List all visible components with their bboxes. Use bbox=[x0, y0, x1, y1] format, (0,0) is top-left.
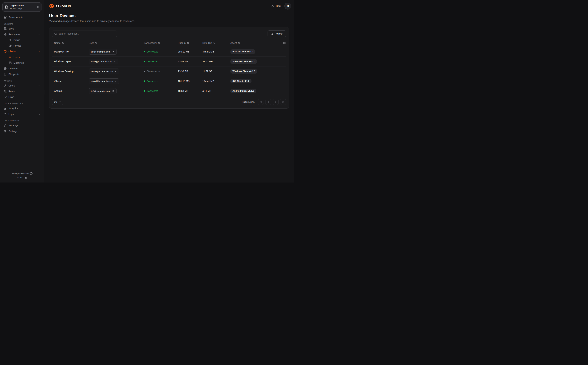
agent-badge: Windows Client v0.1.0 bbox=[230, 69, 257, 74]
arrow-up-right-icon bbox=[112, 51, 114, 53]
sidebar-item-blueprints[interactable]: Blueprints bbox=[2, 72, 42, 77]
sidebar-item-client-users[interactable]: Users bbox=[7, 55, 42, 60]
column-header-user[interactable]: User bbox=[89, 42, 144, 44]
user-link-button[interactable]: chloe@example.com bbox=[89, 69, 119, 74]
avatar[interactable]: M bbox=[284, 3, 291, 9]
arrow-up-right-icon bbox=[114, 60, 116, 63]
device-name: iPhone bbox=[52, 80, 89, 83]
column-header-data-out[interactable]: Data Out bbox=[202, 42, 230, 44]
card-toolbar: Refresh bbox=[52, 30, 286, 37]
pagination: 20 Page 1 of 1 bbox=[52, 98, 286, 105]
theme-toggle-button[interactable]: Dark bbox=[271, 5, 281, 7]
last-page-button[interactable] bbox=[280, 99, 286, 105]
status-badge: Connected bbox=[144, 80, 178, 83]
first-page-button[interactable] bbox=[258, 99, 264, 105]
user-link-button[interactable]: jeff@example.com bbox=[89, 49, 117, 55]
sidebar-item-client-machines[interactable]: Machines bbox=[7, 60, 42, 65]
devices-card: Refresh Name User Connectivity Da bbox=[49, 27, 289, 109]
table-row: iPhone david@example.com Connected 181.1… bbox=[52, 76, 286, 86]
status-dot-icon bbox=[144, 61, 145, 62]
sidebar-item-roles[interactable]: Roles bbox=[2, 89, 42, 94]
sort-icon bbox=[213, 42, 215, 44]
sidebar: Organization ACME Corp. Server Admin GEN… bbox=[0, 0, 44, 182]
page-size-select[interactable]: 20 bbox=[52, 99, 63, 105]
data-in-value: 23.36 GB bbox=[178, 70, 202, 73]
sidebar-item-users[interactable]: Users bbox=[2, 83, 42, 88]
agent-badge: iOS Client v0.1.0 bbox=[230, 79, 251, 83]
user-link-button[interactable]: jeff@example.com bbox=[89, 88, 117, 94]
sidebar-item-domains[interactable]: Domains bbox=[2, 66, 42, 71]
search-input[interactable] bbox=[58, 32, 115, 35]
sidebar-item-sites[interactable]: Sites bbox=[2, 26, 42, 31]
link-icon bbox=[4, 96, 7, 98]
users-icon bbox=[4, 90, 7, 93]
waypoints-icon bbox=[4, 33, 7, 36]
column-header-agent[interactable]: Agent bbox=[230, 42, 281, 44]
page-head: User Devices View and manage devices tha… bbox=[44, 9, 294, 22]
chevron-up-icon bbox=[38, 33, 41, 35]
sidebar-scrollbar-thumb[interactable] bbox=[44, 90, 44, 95]
sort-icon bbox=[158, 42, 160, 44]
chevron-down-icon bbox=[38, 113, 41, 115]
sidebar-item-clients[interactable]: Clients bbox=[2, 49, 42, 54]
server-icon bbox=[9, 62, 12, 64]
agent-badge: Windows Client v0.1.0 bbox=[230, 59, 257, 64]
avatar-initial: M bbox=[287, 5, 289, 7]
sidebar-item-private[interactable]: Private bbox=[7, 43, 42, 48]
sidebar-item-api-keys[interactable]: API Keys bbox=[2, 123, 42, 128]
next-page-button[interactable] bbox=[273, 99, 279, 105]
sites-icon bbox=[4, 27, 7, 30]
sort-icon bbox=[62, 42, 64, 44]
column-visibility-button[interactable] bbox=[283, 42, 286, 44]
github-icon[interactable] bbox=[30, 172, 33, 175]
sort-icon bbox=[95, 42, 97, 44]
arrow-up-right-icon bbox=[115, 80, 117, 82]
server-icon bbox=[4, 16, 7, 19]
sidebar-item-server-admin[interactable]: Server Admin bbox=[2, 15, 42, 20]
refresh-button[interactable]: Refresh bbox=[268, 30, 286, 37]
resources-children: Public Private bbox=[5, 37, 42, 48]
user-link-button[interactable]: david@example.com bbox=[89, 78, 119, 84]
agent-badge: macOS Client v0.1.0 bbox=[230, 49, 255, 54]
theme-label: Dark bbox=[276, 5, 281, 7]
main-area: PANGOLIN Dark M User Devices View and ma… bbox=[44, 0, 294, 182]
chevron-right-icon bbox=[274, 101, 277, 103]
sidebar-item-resources[interactable]: Resources bbox=[2, 32, 42, 37]
data-out-value: 346.91 MB bbox=[202, 50, 230, 53]
org-selector[interactable]: Organization ACME Corp. bbox=[2, 2, 42, 12]
org-selector-value: ACME Corp. bbox=[10, 7, 35, 10]
data-out-value: 124.41 MB bbox=[202, 80, 230, 83]
device-name: Android bbox=[52, 90, 89, 92]
data-in-value: 43.52 MB bbox=[178, 60, 202, 63]
table-row: Android jeff@example.com Connected 18.63… bbox=[52, 86, 286, 96]
prev-page-button[interactable] bbox=[265, 99, 271, 105]
status-badge: Connected bbox=[144, 50, 178, 53]
monitor-up-icon bbox=[4, 50, 7, 53]
search-icon bbox=[54, 32, 57, 35]
gear-icon bbox=[4, 130, 7, 133]
sidebar-item-links[interactable]: Links bbox=[2, 94, 42, 100]
chevron-down-icon bbox=[59, 101, 61, 103]
table-row: MacBook Pro jeff@example.com Connected 2… bbox=[52, 47, 286, 56]
sidebar-footer: Enterprise Edition v1.13.0 bbox=[2, 172, 42, 181]
user-link-button[interactable]: sally@example.com bbox=[89, 59, 118, 64]
chart-line-icon bbox=[4, 107, 7, 110]
globe-icon bbox=[9, 39, 12, 42]
agent-badge: Android Client v0.1.0 bbox=[230, 89, 256, 93]
app-window: Organization ACME Corp. Server Admin GEN… bbox=[0, 0, 294, 182]
status-dot-icon bbox=[144, 90, 145, 92]
external-link-icon[interactable] bbox=[25, 177, 28, 179]
column-header-data-in[interactable]: Data In bbox=[178, 42, 202, 44]
refresh-icon bbox=[271, 32, 273, 35]
arrow-up-right-icon bbox=[112, 90, 114, 92]
column-header-name[interactable]: Name bbox=[52, 42, 89, 44]
sidebar-item-analytics[interactable]: Analytics bbox=[2, 106, 42, 111]
sidebar-item-logs[interactable]: Logs bbox=[2, 112, 42, 117]
section-title-general: GENERAL bbox=[4, 23, 42, 25]
status-dot-icon bbox=[144, 51, 145, 52]
version-link[interactable]: v1.13.0 bbox=[17, 175, 24, 180]
data-in-value: 18.63 MB bbox=[178, 90, 202, 92]
sidebar-item-public[interactable]: Public bbox=[7, 37, 42, 43]
column-header-connectivity[interactable]: Connectivity bbox=[144, 42, 178, 44]
sidebar-item-settings[interactable]: Settings bbox=[2, 129, 42, 134]
